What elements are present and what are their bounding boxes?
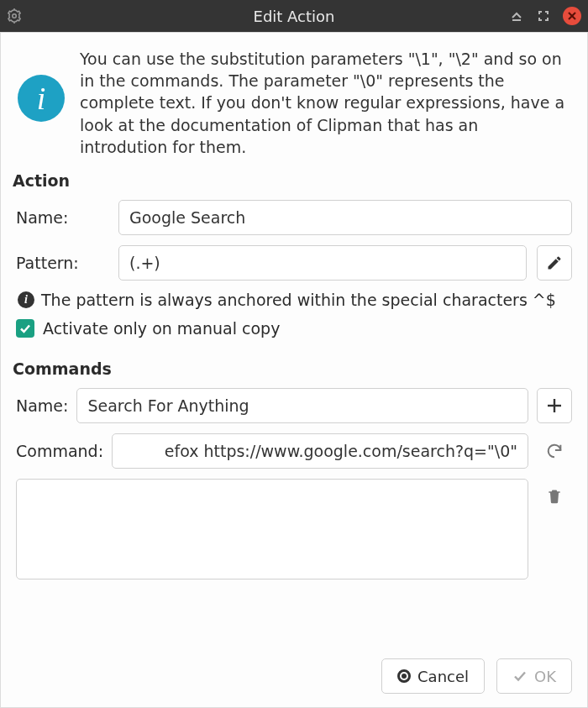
info-row: i You can use the substitution parameter… (1, 33, 587, 165)
dialog-body: i You can use the substitution parameter… (0, 32, 588, 708)
pattern-edit-button[interactable] (537, 245, 572, 281)
pencil-icon (546, 254, 563, 271)
refresh-icon (545, 442, 564, 460)
command-list[interactable] (16, 479, 528, 580)
info-icon: i (18, 75, 65, 122)
command-add-button[interactable] (537, 388, 572, 423)
hint-info-icon: i (18, 291, 34, 308)
command-value-input[interactable] (112, 433, 528, 469)
manual-copy-row: Activate only on manual copy (16, 319, 572, 338)
command-delete-button[interactable] (537, 479, 572, 514)
trash-icon (546, 488, 563, 505)
command-refresh-button[interactable] (537, 433, 572, 469)
commands-form: Name: Command: (1, 381, 587, 580)
plus-icon (545, 396, 564, 415)
manual-copy-checkbox[interactable] (16, 319, 34, 338)
commands-section-label: Commands (1, 353, 587, 381)
info-text: You can use the substitution parameters … (80, 48, 570, 158)
settings-icon[interactable] (7, 8, 22, 24)
svg-point-0 (13, 14, 17, 18)
ok-button-label: OK (534, 668, 556, 685)
checkmark-icon (512, 669, 528, 684)
command-name-label: Name: (16, 396, 68, 415)
checkmark-icon (18, 322, 32, 335)
cancel-button[interactable]: Cancel (381, 658, 485, 694)
window-maximize-icon[interactable] (536, 8, 551, 24)
window-shade-icon[interactable] (509, 8, 524, 24)
action-section-label: Action (1, 165, 587, 193)
window-title: Edit Action (0, 8, 588, 25)
action-name-label: Name: (16, 208, 108, 227)
command-name-input[interactable] (76, 388, 528, 423)
cancel-button-label: Cancel (417, 668, 469, 685)
action-form: Name: Pattern: i The pattern is always a… (1, 193, 587, 341)
command-label: Command: (16, 442, 103, 460)
titlebar: Edit Action (0, 0, 588, 32)
ok-button[interactable]: OK (496, 658, 572, 694)
manual-copy-label: Activate only on manual copy (43, 319, 280, 338)
action-pattern-input[interactable] (118, 245, 527, 281)
pattern-hint-row: i The pattern is always anchored within … (16, 291, 572, 309)
pattern-hint-text: The pattern is always anchored within th… (41, 291, 556, 309)
dialog-button-bar: Cancel OK (1, 647, 587, 707)
window-close-icon[interactable] (563, 7, 581, 25)
cancel-icon (397, 669, 411, 683)
action-pattern-label: Pattern: (16, 254, 108, 272)
action-name-input[interactable] (118, 200, 572, 235)
